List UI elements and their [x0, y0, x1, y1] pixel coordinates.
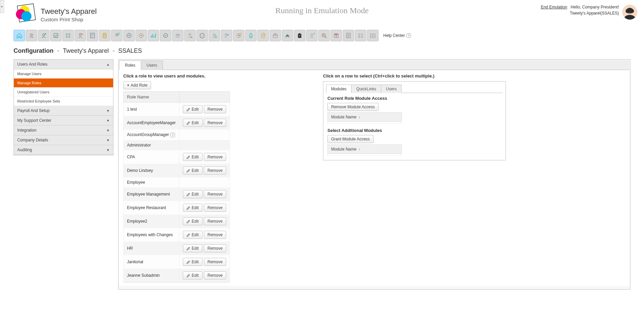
- svg-point-39: [285, 36, 287, 38]
- role-row[interactable]: AccountEmployeeManager EditRemove: [124, 116, 230, 130]
- edit-role-button[interactable]: Edit: [183, 153, 202, 161]
- pencil-icon: [187, 155, 190, 159]
- role-row[interactable]: Administrator: [124, 140, 230, 150]
- sidebar-section-integration[interactable]: Integration▼: [14, 126, 113, 135]
- toolbar-button-23[interactable]: [294, 30, 305, 41]
- subtab-quicklinks[interactable]: QuickLinks: [351, 85, 381, 93]
- toolbar-button-29[interactable]: [367, 30, 379, 41]
- role-row[interactable]: HR EditRemove: [124, 242, 230, 255]
- additional-module-header[interactable]: Module Name ↑: [327, 144, 402, 154]
- toolbar-button-0[interactable]: [14, 30, 25, 41]
- remove-role-button[interactable]: Remove: [204, 271, 227, 279]
- remove-role-button[interactable]: Remove: [204, 244, 227, 252]
- sidebar-section-payroll-and-setup[interactable]: Payroll And Setup▼: [14, 106, 113, 116]
- toolbar-button-14[interactable]: [184, 30, 196, 41]
- toolbar-button-6[interactable]: [87, 30, 98, 41]
- toolbar-icon-5: [77, 32, 84, 39]
- toolbar-button-28[interactable]: [355, 30, 366, 41]
- role-row[interactable]: AccountGroupManager?: [124, 130, 230, 140]
- remove-role-button[interactable]: Remove: [204, 231, 227, 239]
- svg-text:$: $: [240, 32, 242, 35]
- remove-role-button[interactable]: Remove: [204, 105, 227, 113]
- role-row[interactable]: Demo Lindsey EditRemove: [124, 164, 230, 177]
- sidebar-item-manage-users[interactable]: Manage Users: [14, 69, 113, 78]
- grant-module-access-button[interactable]: Grant Module Access: [327, 135, 373, 143]
- current-module-header[interactable]: Module Name ↑: [327, 112, 402, 122]
- roles-header-name[interactable]: Role Name: [124, 92, 179, 103]
- toolbar-button-12[interactable]: [160, 30, 171, 41]
- toolbar-button-22[interactable]: [282, 30, 293, 41]
- edit-role-button[interactable]: Edit: [183, 166, 202, 175]
- subtab-modules[interactable]: Modules: [326, 85, 351, 93]
- remove-role-button[interactable]: Remove: [204, 119, 227, 127]
- toolbar-button-11[interactable]: [148, 30, 159, 41]
- toolbar-button-9[interactable]: [123, 30, 135, 41]
- toolbar-button-17[interactable]: [221, 30, 232, 41]
- toolbar-button-21[interactable]: [270, 30, 281, 41]
- help-center-link[interactable]: Help Center?: [383, 33, 411, 38]
- toolbar-button-10[interactable]: [135, 30, 147, 41]
- remove-role-button[interactable]: Remove: [204, 217, 227, 225]
- edit-role-button[interactable]: Edit: [183, 244, 202, 252]
- role-row[interactable]: Jeanne Subadmin EditRemove: [124, 269, 230, 283]
- toolbar-button-2[interactable]: [38, 30, 49, 41]
- sidebar-section-users-and-roles[interactable]: Users And Roles▲: [14, 60, 113, 69]
- remove-role-button[interactable]: Remove: [204, 190, 227, 198]
- toolbar-button-8[interactable]: +: [111, 30, 123, 41]
- toolbar-button-25[interactable]: [318, 30, 330, 41]
- remove-module-access-button[interactable]: Remove Module Access: [327, 103, 379, 111]
- toolbar-button-13[interactable]: [172, 30, 184, 41]
- toolbar-button-26[interactable]: [330, 30, 342, 41]
- role-row[interactable]: Employee2 EditRemove: [124, 215, 230, 228]
- toolbar-button-20[interactable]: $: [257, 30, 269, 41]
- edit-role-button[interactable]: Edit: [183, 190, 202, 198]
- toolbar-button-18[interactable]: $: [233, 30, 244, 41]
- edit-role-button[interactable]: Edit: [183, 271, 202, 279]
- role-row[interactable]: CPA EditRemove: [124, 150, 230, 164]
- toolbar-button-7[interactable]: $: [99, 30, 110, 41]
- end-emulation-link[interactable]: End Emulation: [541, 5, 567, 9]
- edit-role-button[interactable]: Edit: [183, 217, 202, 225]
- toolbar-button-3[interactable]: [50, 30, 62, 41]
- toolbar-icon-29: [369, 32, 376, 39]
- toolbar-button-27[interactable]: [343, 30, 354, 41]
- toolbar-button-16[interactable]: [209, 30, 220, 41]
- sidebar-section-company-details[interactable]: Company Details▼: [14, 135, 113, 145]
- avatar[interactable]: [622, 5, 637, 20]
- remove-role-button[interactable]: Remove: [204, 258, 227, 266]
- toolbar-button-1[interactable]: [26, 30, 37, 41]
- edit-role-button[interactable]: Edit: [183, 119, 202, 127]
- tab-users[interactable]: Users: [141, 61, 163, 70]
- toolbar-button-24[interactable]: $: [306, 30, 318, 41]
- roles-table: Role Name 1 test EditRemoveAccountEmploy…: [123, 91, 230, 283]
- toolbar-button-4[interactable]: [62, 30, 74, 41]
- sidebar-item-restricted-employee-sets[interactable]: Restricted Employee Sets: [14, 97, 113, 106]
- help-icon[interactable]: ?: [170, 133, 175, 137]
- toolbar-button-5[interactable]: [74, 30, 86, 41]
- sidebar-item-unregistered-users[interactable]: Unregistered Users: [14, 88, 113, 97]
- tab-roles[interactable]: Roles: [119, 61, 141, 70]
- edit-role-button[interactable]: Edit: [183, 231, 202, 239]
- edit-role-button[interactable]: Edit: [183, 204, 202, 212]
- remove-role-button[interactable]: Remove: [204, 153, 227, 161]
- subtab-users[interactable]: Users: [381, 85, 402, 93]
- add-role-button[interactable]: + Add Role: [123, 81, 151, 89]
- toolbar-button-15[interactable]: [196, 30, 208, 41]
- current-module-list-empty: [327, 122, 402, 124]
- remove-role-button[interactable]: Remove: [204, 166, 227, 175]
- edit-role-button[interactable]: Edit: [183, 258, 202, 266]
- sidebar-item-manage-roles[interactable]: Manage Roles: [14, 78, 113, 88]
- remove-role-button[interactable]: Remove: [204, 204, 227, 212]
- edit-role-button[interactable]: Edit: [183, 105, 202, 113]
- sidebar-section-auditing[interactable]: Auditing▼: [14, 145, 113, 155]
- toolbar-icon-22: [284, 32, 291, 39]
- toolbar-button-19[interactable]: [245, 30, 257, 41]
- role-row[interactable]: Employee Management EditRemove: [124, 187, 230, 201]
- company-name: Tweety's Apparel: [41, 7, 97, 16]
- sidebar-section-my-support-center[interactable]: My Support Center▼: [14, 116, 113, 126]
- role-row[interactable]: Employees with Changes EditRemove: [124, 228, 230, 242]
- role-row[interactable]: 1 test EditRemove: [124, 103, 230, 116]
- role-row[interactable]: Employee Restaurant EditRemove: [124, 201, 230, 215]
- role-row[interactable]: Employee: [124, 177, 230, 187]
- role-row[interactable]: Janitorial EditRemove: [124, 255, 230, 269]
